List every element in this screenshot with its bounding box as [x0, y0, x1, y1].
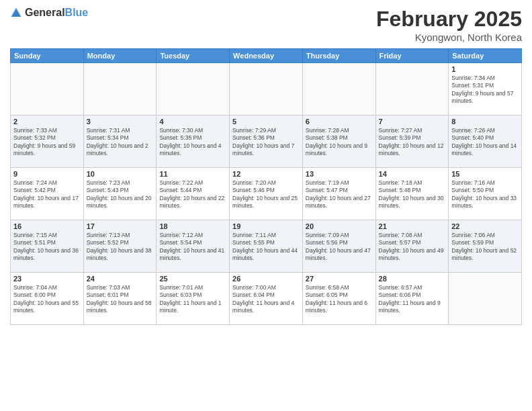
location-title: Kyongwon, North Korea — [376, 32, 522, 43]
day-info: Sunrise: 7:06 AM Sunset: 5:59 PM Dayligh… — [451, 232, 519, 263]
calendar-day-cell: 12Sunrise: 7:20 AM Sunset: 5:46 PM Dayli… — [230, 168, 303, 220]
day-of-week-header: Tuesday — [157, 49, 230, 63]
day-number: 12 — [232, 170, 300, 178]
calendar-week-row: 16Sunrise: 7:15 AM Sunset: 5:51 PM Dayli… — [11, 220, 522, 273]
day-info: Sunrise: 7:27 AM Sunset: 5:39 PM Dayligh… — [379, 127, 446, 158]
day-number: 22 — [451, 222, 519, 230]
day-info: Sunrise: 7:09 AM Sunset: 5:56 PM Dayligh… — [306, 232, 373, 263]
calendar-day-cell: 22Sunrise: 7:06 AM Sunset: 5:59 PM Dayli… — [449, 220, 522, 273]
calendar-day-cell: 28Sunrise: 6:57 AM Sunset: 6:06 PM Dayli… — [375, 273, 449, 325]
calendar-day-cell: 24Sunrise: 7:03 AM Sunset: 6:01 PM Dayli… — [83, 273, 157, 325]
day-number: 1 — [451, 65, 519, 73]
day-info: Sunrise: 7:29 AM Sunset: 5:36 PM Dayligh… — [232, 127, 300, 158]
calendar-day-cell — [83, 63, 157, 116]
day-info: Sunrise: 7:31 AM Sunset: 5:34 PM Dayligh… — [87, 127, 154, 158]
calendar-day-cell: 3Sunrise: 7:31 AM Sunset: 5:34 PM Daylig… — [83, 116, 157, 168]
day-number: 24 — [87, 275, 154, 283]
calendar-day-cell: 27Sunrise: 6:58 AM Sunset: 6:05 PM Dayli… — [302, 273, 375, 325]
logo-icon — [10, 7, 22, 19]
calendar-day-cell: 16Sunrise: 7:15 AM Sunset: 5:51 PM Dayli… — [11, 220, 84, 273]
day-number: 17 — [87, 222, 154, 230]
day-info: Sunrise: 7:18 AM Sunset: 5:48 PM Dayligh… — [379, 179, 446, 210]
day-info: Sunrise: 7:24 AM Sunset: 5:42 PM Dayligh… — [13, 179, 81, 210]
day-of-week-header: Sunday — [11, 49, 84, 63]
day-info: Sunrise: 7:08 AM Sunset: 5:57 PM Dayligh… — [379, 232, 446, 263]
day-number: 3 — [87, 118, 154, 126]
day-number: 23 — [13, 275, 81, 283]
calendar-week-row: 23Sunrise: 7:04 AM Sunset: 6:00 PM Dayli… — [11, 273, 522, 325]
day-info: Sunrise: 7:12 AM Sunset: 5:54 PM Dayligh… — [159, 232, 226, 263]
day-info: Sunrise: 7:19 AM Sunset: 5:47 PM Dayligh… — [306, 179, 373, 210]
day-info: Sunrise: 7:04 AM Sunset: 6:00 PM Dayligh… — [13, 284, 81, 315]
calendar-day-cell: 25Sunrise: 7:01 AM Sunset: 6:03 PM Dayli… — [157, 273, 230, 325]
day-info: Sunrise: 7:30 AM Sunset: 5:35 PM Dayligh… — [159, 127, 226, 158]
day-number: 28 — [379, 275, 446, 283]
day-number: 26 — [232, 275, 300, 283]
day-info: Sunrise: 7:03 AM Sunset: 6:01 PM Dayligh… — [87, 284, 154, 315]
calendar-day-cell: 10Sunrise: 7:23 AM Sunset: 5:43 PM Dayli… — [83, 168, 157, 220]
calendar-day-cell: 20Sunrise: 7:09 AM Sunset: 5:56 PM Dayli… — [302, 220, 375, 273]
logo-general: General — [25, 7, 65, 18]
calendar-day-cell — [230, 63, 303, 116]
day-number: 20 — [306, 222, 373, 230]
day-info: Sunrise: 7:13 AM Sunset: 5:52 PM Dayligh… — [87, 232, 154, 263]
page-container: GeneralBlue February 2025 Kyongwon, Nort… — [0, 0, 532, 411]
calendar-week-row: 9Sunrise: 7:24 AM Sunset: 5:42 PM Daylig… — [11, 168, 522, 220]
calendar-day-cell — [375, 63, 449, 116]
title-block: February 2025 Kyongwon, North Korea — [376, 7, 522, 43]
calendar-day-cell: 17Sunrise: 7:13 AM Sunset: 5:52 PM Dayli… — [83, 220, 157, 273]
page-header: GeneralBlue February 2025 Kyongwon, Nort… — [10, 7, 522, 43]
calendar-day-cell — [11, 63, 84, 116]
calendar-table: SundayMondayTuesdayWednesdayThursdayFrid… — [10, 48, 522, 325]
day-number: 15 — [451, 170, 519, 178]
day-info: Sunrise: 6:57 AM Sunset: 6:06 PM Dayligh… — [379, 284, 446, 315]
calendar-week-row: 2Sunrise: 7:33 AM Sunset: 5:32 PM Daylig… — [11, 116, 522, 168]
day-info: Sunrise: 7:11 AM Sunset: 5:55 PM Dayligh… — [232, 232, 300, 263]
calendar-day-cell: 6Sunrise: 7:28 AM Sunset: 5:38 PM Daylig… — [302, 116, 375, 168]
calendar-day-cell: 4Sunrise: 7:30 AM Sunset: 5:35 PM Daylig… — [157, 116, 230, 168]
day-of-week-header: Saturday — [449, 49, 522, 63]
logo-text: GeneralBlue — [25, 7, 88, 19]
day-number: 10 — [87, 170, 154, 178]
day-info: Sunrise: 7:28 AM Sunset: 5:38 PM Dayligh… — [306, 127, 373, 158]
calendar-day-cell: 2Sunrise: 7:33 AM Sunset: 5:32 PM Daylig… — [11, 116, 84, 168]
day-number: 9 — [13, 170, 81, 178]
day-number: 27 — [306, 275, 373, 283]
calendar-header-row: SundayMondayTuesdayWednesdayThursdayFrid… — [11, 49, 522, 63]
day-number: 13 — [306, 170, 373, 178]
day-number: 25 — [159, 275, 226, 283]
day-info: Sunrise: 7:22 AM Sunset: 5:44 PM Dayligh… — [159, 179, 226, 210]
calendar-day-cell: 18Sunrise: 7:12 AM Sunset: 5:54 PM Dayli… — [157, 220, 230, 273]
day-number: 4 — [159, 118, 226, 126]
day-of-week-header: Friday — [375, 49, 449, 63]
day-number: 2 — [13, 118, 81, 126]
calendar-day-cell: 14Sunrise: 7:18 AM Sunset: 5:48 PM Dayli… — [375, 168, 449, 220]
day-number: 6 — [306, 118, 373, 126]
day-number: 19 — [232, 222, 300, 230]
day-number: 18 — [159, 222, 226, 230]
day-info: Sunrise: 7:34 AM Sunset: 5:31 PM Dayligh… — [451, 75, 519, 105]
calendar-week-row: 1Sunrise: 7:34 AM Sunset: 5:31 PM Daylig… — [11, 63, 522, 116]
day-info: Sunrise: 7:01 AM Sunset: 6:03 PM Dayligh… — [159, 284, 226, 315]
day-of-week-header: Monday — [83, 49, 157, 63]
day-info: Sunrise: 7:00 AM Sunset: 6:04 PM Dayligh… — [232, 284, 300, 315]
logo: GeneralBlue — [10, 7, 88, 19]
calendar-day-cell — [157, 63, 230, 116]
day-info: Sunrise: 7:15 AM Sunset: 5:51 PM Dayligh… — [13, 232, 81, 263]
day-info: Sunrise: 7:20 AM Sunset: 5:46 PM Dayligh… — [232, 179, 300, 210]
calendar-day-cell: 7Sunrise: 7:27 AM Sunset: 5:39 PM Daylig… — [375, 116, 449, 168]
calendar-day-cell: 19Sunrise: 7:11 AM Sunset: 5:55 PM Dayli… — [230, 220, 303, 273]
calendar-day-cell: 21Sunrise: 7:08 AM Sunset: 5:57 PM Dayli… — [375, 220, 449, 273]
day-number: 11 — [159, 170, 226, 178]
calendar-day-cell: 23Sunrise: 7:04 AM Sunset: 6:00 PM Dayli… — [11, 273, 84, 325]
day-info: Sunrise: 7:33 AM Sunset: 5:32 PM Dayligh… — [13, 127, 81, 158]
calendar-day-cell: 11Sunrise: 7:22 AM Sunset: 5:44 PM Dayli… — [157, 168, 230, 220]
day-number: 14 — [379, 170, 446, 178]
calendar-day-cell: 26Sunrise: 7:00 AM Sunset: 6:04 PM Dayli… — [230, 273, 303, 325]
calendar-day-cell — [449, 273, 522, 325]
calendar-day-cell: 15Sunrise: 7:16 AM Sunset: 5:50 PM Dayli… — [449, 168, 522, 220]
day-number: 7 — [379, 118, 446, 126]
calendar-day-cell: 1Sunrise: 7:34 AM Sunset: 5:31 PM Daylig… — [449, 63, 522, 116]
day-number: 5 — [232, 118, 300, 126]
day-number: 16 — [13, 222, 81, 230]
